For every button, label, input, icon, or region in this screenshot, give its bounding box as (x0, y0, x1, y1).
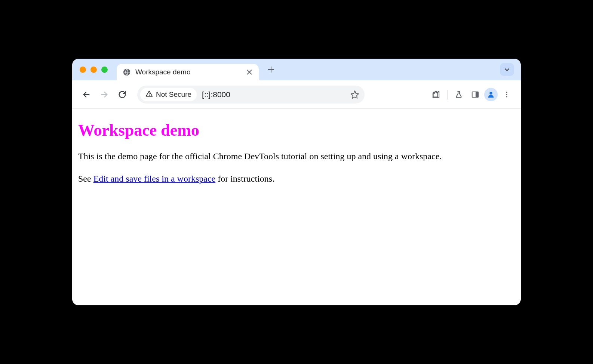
browser-window: Workspace demo (72, 59, 521, 305)
page-content: Workspace demo This is the demo page for… (72, 109, 521, 305)
page-paragraph-1: This is the demo page for the official C… (78, 150, 515, 163)
toolbar-divider (447, 90, 448, 99)
tabs-dropdown-button[interactable] (500, 63, 514, 76)
browser-toolbar: Not Secure [::]:8000 (72, 80, 521, 109)
side-panel-button[interactable] (468, 87, 483, 102)
window-close-button[interactable] (80, 67, 86, 73)
menu-button[interactable] (499, 87, 514, 102)
window-minimize-button[interactable] (90, 67, 97, 73)
profile-button[interactable] (484, 88, 498, 101)
security-label: Not Secure (156, 90, 191, 99)
globe-icon (123, 68, 131, 76)
warning-icon (145, 90, 153, 99)
browser-tab[interactable]: Workspace demo (117, 64, 259, 80)
toolbar-actions (428, 87, 514, 102)
url-text: [::]:8000 (202, 90, 348, 99)
address-bar[interactable]: Not Secure [::]:8000 (137, 86, 365, 104)
window-controls (80, 67, 108, 73)
window-maximize-button[interactable] (101, 67, 108, 73)
back-button[interactable] (79, 87, 94, 102)
page-heading: Workspace demo (78, 121, 515, 140)
forward-button[interactable] (97, 87, 112, 102)
tab-title: Workspace demo (135, 68, 242, 76)
tab-strip: Workspace demo (72, 59, 521, 80)
close-tab-button[interactable] (246, 69, 253, 75)
paragraph-prefix: See (78, 174, 93, 183)
paragraph-suffix: for instructions. (215, 174, 274, 183)
extensions-button[interactable] (428, 87, 443, 102)
tutorial-link[interactable]: Edit and save files in a workspace (93, 174, 216, 183)
new-tab-button[interactable] (265, 63, 277, 76)
page-paragraph-2: See Edit and save files in a workspace f… (78, 173, 515, 185)
reload-button[interactable] (115, 87, 130, 102)
labs-button[interactable] (451, 87, 466, 102)
svg-point-6 (506, 92, 507, 93)
svg-point-7 (506, 94, 507, 95)
svg-point-8 (506, 96, 507, 97)
svg-point-5 (489, 92, 492, 94)
svg-point-2 (149, 95, 150, 96)
svg-rect-4 (476, 92, 478, 97)
bookmark-button[interactable] (348, 88, 362, 101)
security-indicator[interactable]: Not Secure (140, 88, 197, 101)
